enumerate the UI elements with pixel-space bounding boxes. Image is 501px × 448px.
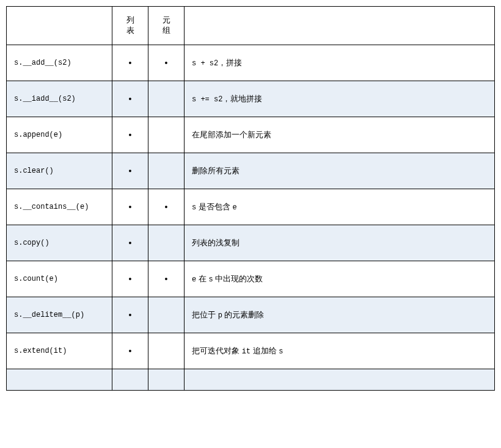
method-cell: s.extend(it) bbox=[7, 333, 112, 369]
table-row bbox=[7, 369, 495, 391]
table-row: s.count(e)••e 在 s 中出现的次数 bbox=[7, 261, 495, 297]
header-desc bbox=[185, 7, 495, 45]
description-cell: s + s2，拼接 bbox=[185, 45, 495, 81]
description-cell: 删除所有元素 bbox=[185, 153, 495, 189]
tuple-mark: • bbox=[148, 45, 185, 81]
description-cell: 列表的浅复制 bbox=[185, 225, 495, 261]
method-cell: s.copy() bbox=[7, 225, 112, 261]
list-mark: • bbox=[112, 189, 148, 225]
sequence-methods-table: 列表 元组 s.__add__(s2)••s + s2，拼接s.__iadd__… bbox=[6, 6, 495, 391]
empty-cell bbox=[185, 369, 495, 391]
method-cell: s.append(e) bbox=[7, 117, 112, 153]
list-mark: • bbox=[112, 81, 148, 117]
method-cell: s.__delitem__(p) bbox=[7, 297, 112, 333]
tuple-mark: • bbox=[148, 189, 185, 225]
method-cell: s.count(e) bbox=[7, 261, 112, 297]
description-cell: 把可迭代对象 it 追加给 s bbox=[185, 333, 495, 369]
tuple-mark bbox=[148, 153, 185, 189]
header-method bbox=[7, 7, 112, 45]
method-cell: s.__iadd__(s2) bbox=[7, 81, 112, 117]
tuple-mark bbox=[148, 297, 185, 333]
list-mark: • bbox=[112, 333, 148, 369]
table-row: s.__add__(s2)••s + s2，拼接 bbox=[7, 45, 495, 81]
list-mark: • bbox=[112, 297, 148, 333]
tuple-mark bbox=[148, 333, 185, 369]
list-mark: • bbox=[112, 117, 148, 153]
tuple-mark bbox=[148, 81, 185, 117]
method-cell: s.clear() bbox=[7, 153, 112, 189]
header-list: 列表 bbox=[112, 7, 148, 45]
table-row: s.append(e)•在尾部添加一个新元素 bbox=[7, 117, 495, 153]
empty-cell bbox=[7, 369, 112, 391]
description-cell: e 在 s 中出现的次数 bbox=[185, 261, 495, 297]
list-mark: • bbox=[112, 153, 148, 189]
list-mark: • bbox=[112, 225, 148, 261]
tuple-mark: • bbox=[148, 261, 185, 297]
table-row: s.copy()•列表的浅复制 bbox=[7, 225, 495, 261]
table-row: s.__iadd__(s2)•s += s2，就地拼接 bbox=[7, 81, 495, 117]
list-mark: • bbox=[112, 261, 148, 297]
table-row: s.__delitem__(p)•把位于 p 的元素删除 bbox=[7, 297, 495, 333]
table-header-row: 列表 元组 bbox=[7, 7, 495, 45]
tuple-mark bbox=[148, 117, 185, 153]
empty-cell bbox=[148, 369, 185, 391]
tuple-mark bbox=[148, 225, 185, 261]
description-cell: s 是否包含 e bbox=[185, 189, 495, 225]
method-cell: s.__contains__(e) bbox=[7, 189, 112, 225]
empty-cell bbox=[112, 369, 148, 391]
description-cell: 在尾部添加一个新元素 bbox=[185, 117, 495, 153]
method-cell: s.__add__(s2) bbox=[7, 45, 112, 81]
description-cell: 把位于 p 的元素删除 bbox=[185, 297, 495, 333]
list-mark: • bbox=[112, 45, 148, 81]
table-row: s.__contains__(e)••s 是否包含 e bbox=[7, 189, 495, 225]
table-row: s.extend(it)•把可迭代对象 it 追加给 s bbox=[7, 333, 495, 369]
header-tuple: 元组 bbox=[148, 7, 185, 45]
description-cell: s += s2，就地拼接 bbox=[185, 81, 495, 117]
table-row: s.clear()•删除所有元素 bbox=[7, 153, 495, 189]
